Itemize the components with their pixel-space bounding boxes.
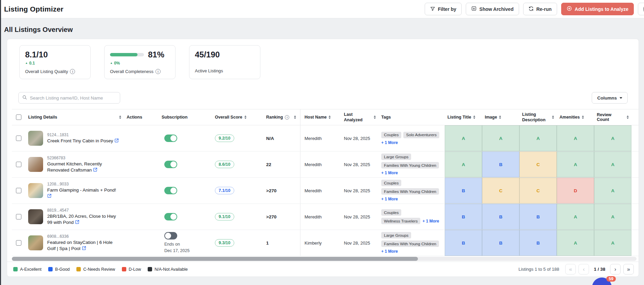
sort-icon[interactable] bbox=[473, 115, 475, 119]
add-listings-button[interactable]: Add Listings to Analyze bbox=[561, 3, 634, 15]
grade-cell[interactable]: A bbox=[594, 178, 631, 203]
grade-cell[interactable]: B bbox=[445, 178, 482, 203]
row-checkbox[interactable] bbox=[16, 214, 21, 219]
rerun-button[interactable]: Re-run bbox=[523, 3, 557, 15]
grade-cell[interactable]: A bbox=[594, 230, 631, 256]
tag-chip: Couples bbox=[381, 180, 401, 186]
columns-button[interactable]: Columns bbox=[592, 92, 628, 104]
ranking-value: N/A bbox=[266, 136, 274, 141]
legend-swatch bbox=[122, 267, 126, 271]
grade-cells: ABCAA bbox=[445, 152, 631, 177]
grade-cell[interactable]: C bbox=[519, 178, 557, 203]
row-checkbox[interactable] bbox=[16, 240, 21, 246]
legend-swatch bbox=[13, 267, 18, 271]
subscription-toggle[interactable] bbox=[164, 187, 177, 194]
completeness-value: 81% bbox=[148, 50, 164, 59]
toolbar: Filter by Show Archived Re-run Add Listi… bbox=[425, 3, 644, 15]
show-archived-button[interactable]: Show Archived bbox=[466, 3, 519, 15]
info-icon[interactable]: i bbox=[285, 115, 289, 120]
grade-cell[interactable]: A bbox=[519, 125, 557, 151]
last-page-button[interactable]: » bbox=[623, 264, 634, 274]
listing-id: 52366783 bbox=[47, 156, 121, 160]
filter-by-button[interactable]: Filter by bbox=[425, 3, 462, 15]
subscription-toggle[interactable] bbox=[164, 213, 177, 220]
select-all-checkbox[interactable] bbox=[16, 114, 21, 120]
sort-icon[interactable] bbox=[627, 115, 629, 119]
subscription-toggle[interactable] bbox=[164, 232, 177, 239]
chat-widget[interactable]: 59 bbox=[592, 278, 612, 285]
sort-icon[interactable] bbox=[294, 115, 296, 119]
tags-more-link[interactable]: + 1 More bbox=[381, 249, 398, 254]
sort-icon[interactable] bbox=[582, 115, 584, 119]
sort-icon[interactable] bbox=[329, 115, 331, 119]
table-row: 8819...4547 2BR/1BA, 20 Acres, Close to … bbox=[12, 204, 639, 230]
grade-cell[interactable]: B bbox=[519, 230, 557, 256]
tag-chip: Couples bbox=[381, 209, 401, 216]
sort-icon[interactable] bbox=[244, 115, 246, 119]
tags-more-link[interactable]: + 1 More bbox=[381, 197, 398, 201]
row-checkbox[interactable] bbox=[16, 136, 21, 141]
ranking-value: 1 bbox=[266, 241, 269, 246]
grade-cell[interactable]: A bbox=[557, 152, 594, 177]
external-link-icon[interactable] bbox=[114, 138, 119, 143]
grade-cell[interactable]: A bbox=[557, 125, 594, 151]
subscription-toggle[interactable] bbox=[164, 135, 177, 142]
stat-card-quality: 8.1/10 ▲0.1 Overall Listing Qualityi bbox=[19, 45, 91, 79]
grade-cell[interactable]: A bbox=[445, 125, 482, 151]
row-checkbox[interactable] bbox=[16, 188, 21, 193]
table-body: 9124...1831 Creek Front Tiny Cabin in Po… bbox=[12, 125, 639, 256]
listing-thumbnail bbox=[28, 235, 43, 250]
external-link-icon[interactable] bbox=[82, 246, 86, 250]
grade-cell[interactable]: A bbox=[445, 152, 482, 177]
grade-cell[interactable]: A bbox=[594, 152, 631, 177]
sort-icon[interactable] bbox=[374, 115, 376, 119]
grade-cell[interactable]: A bbox=[557, 204, 594, 230]
legend-item: D-Low bbox=[122, 267, 141, 272]
grade-cell[interactable]: C bbox=[482, 178, 519, 203]
last-analyzed: Nov 28, 2025 bbox=[341, 241, 379, 246]
sort-icon[interactable] bbox=[499, 115, 501, 119]
info-icon[interactable]: i bbox=[70, 69, 75, 74]
refresh-icon bbox=[529, 6, 534, 12]
grade-cell[interactable]: B bbox=[519, 204, 557, 230]
grade-cell[interactable]: A bbox=[482, 125, 519, 151]
search-input[interactable] bbox=[30, 95, 116, 101]
grade-cell[interactable]: A bbox=[594, 125, 631, 151]
tags-cell: Large GroupsFamilies With Young Children… bbox=[381, 152, 442, 177]
prev-page-button[interactable]: ‹ bbox=[578, 264, 589, 274]
sort-icon[interactable] bbox=[119, 115, 121, 119]
grade-cell[interactable]: B bbox=[482, 230, 519, 256]
external-link-icon[interactable] bbox=[75, 220, 79, 224]
info-icon[interactable]: i bbox=[155, 69, 161, 74]
listing-thumbnail bbox=[28, 157, 43, 172]
first-page-button[interactable]: « bbox=[565, 264, 576, 274]
legend-item: B-Good bbox=[48, 267, 70, 272]
tag-chip: Families With Young Children bbox=[381, 241, 439, 247]
chat-notification-badge: 59 bbox=[606, 276, 616, 282]
scrollbar-thumb[interactable] bbox=[12, 257, 418, 261]
grade-cell[interactable]: B bbox=[482, 152, 519, 177]
help-button[interactable]: ? bbox=[638, 3, 644, 15]
row-checkbox[interactable] bbox=[16, 162, 21, 167]
grade-cell[interactable]: A bbox=[594, 204, 631, 230]
tag-chip: Large Groups bbox=[381, 154, 411, 160]
grade-cell[interactable]: B bbox=[445, 204, 482, 230]
tags-more-link[interactable]: + 1 More bbox=[381, 171, 398, 175]
grade-cell[interactable]: D bbox=[557, 178, 594, 203]
tags-more-link[interactable]: + 1 More bbox=[422, 219, 439, 224]
grade-cell[interactable]: B bbox=[482, 204, 519, 230]
host-name: Meredith bbox=[300, 214, 341, 219]
tags-more-link[interactable]: + 1 More bbox=[381, 140, 398, 145]
grade-cell[interactable]: A bbox=[557, 230, 594, 256]
external-link-icon[interactable] bbox=[47, 194, 52, 198]
grade-cell[interactable]: B bbox=[445, 230, 482, 256]
sort-icon[interactable] bbox=[552, 115, 554, 119]
filter-icon bbox=[430, 6, 435, 12]
subscription-toggle[interactable] bbox=[164, 161, 177, 168]
external-link-icon[interactable] bbox=[93, 167, 97, 172]
quality-delta: ▲0.1 bbox=[25, 61, 85, 66]
grade-cells: BBBAA bbox=[445, 230, 631, 256]
grade-cell[interactable]: C bbox=[519, 152, 557, 177]
next-page-button[interactable]: › bbox=[610, 264, 621, 274]
table-row: 6908...6336 Featured on StayCation | 6 H… bbox=[12, 230, 639, 256]
